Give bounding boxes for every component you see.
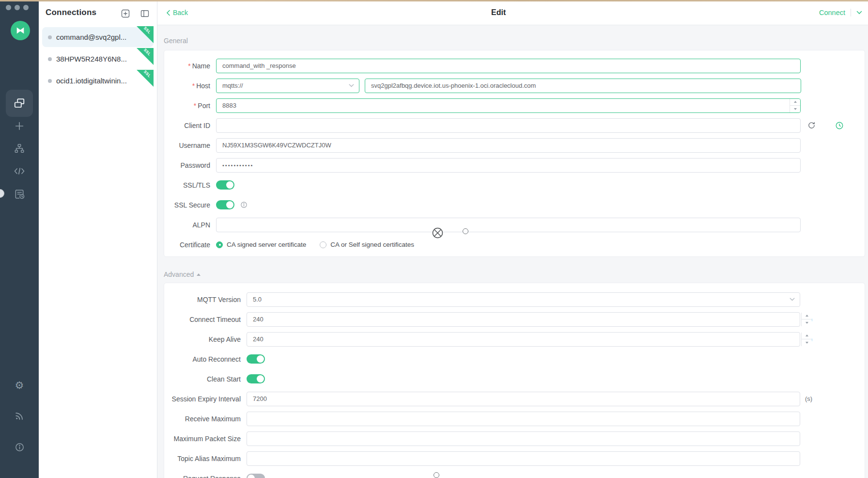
activity-bar: ⚙ [0,0,39,478]
cursor-ring-icon [463,228,468,234]
edit-connection-view: Back Edit Connect General *Name [157,0,868,478]
form-row-port: *Port [164,96,865,115]
radio-icon [320,241,326,248]
port-input[interactable] [216,98,801,113]
nav-about[interactable] [6,436,33,458]
new-connection-button[interactable] [119,7,132,20]
request-response-toggle[interactable] [247,474,265,478]
connect-button[interactable]: Connect [819,9,845,16]
certificate-radio-group: CA signed server certificate CA or Self … [216,241,414,248]
form-row-topic-alias-maximum: Topic Alias Maximum [164,448,865,468]
stepper-up-icon[interactable] [802,313,812,320]
host-input[interactable] [365,79,801,93]
stepper-up-icon[interactable] [790,99,800,106]
window-controls [6,5,29,10]
alpn-input[interactable] [216,218,801,232]
required-mark: * [194,102,196,110]
name-input[interactable] [216,59,801,73]
connection-status-dot [48,35,52,39]
field-label: Maximum Packet Size [164,435,241,443]
form-row-auto-reconnect: Auto Reconnect [164,349,865,369]
field-label: SSL Secure [164,201,210,209]
window-close-button[interactable] [6,5,11,10]
connection-status-dot [48,57,52,61]
form-row-clean-start: Clean Start [164,369,865,389]
stepper-down-icon[interactable] [802,339,812,346]
section-title-advanced[interactable]: Advanced [164,270,868,279]
ssl-badge: SSL [137,48,154,65]
stepper-down-icon[interactable] [802,319,812,326]
radio-icon [216,241,223,248]
stepper-up-icon[interactable] [802,333,812,340]
chevron-down-icon[interactable] [856,11,862,15]
window-zoom-button[interactable] [23,5,29,10]
username-input[interactable] [216,138,801,153]
nav-script[interactable] [6,160,33,182]
host-protocol-select[interactable]: mqtts:// [216,79,359,93]
auto-reconnect-toggle[interactable] [247,354,265,364]
edge-handle[interactable] [0,189,4,198]
chevron-down-icon [349,84,354,87]
list-item[interactable]: command@svq2gpl... SSL [42,27,154,47]
field-label: Topic Alias Maximum [164,455,241,462]
ssl-badge: SSL [137,70,154,87]
radio-self-signed[interactable]: CA or Self signed certificates [320,241,414,248]
list-item[interactable]: ocid1.iotdigitaltwinin... SSL [42,71,154,91]
form-row-password: Password [164,155,865,175]
number-stepper [801,313,812,326]
settings-gear-icon: ⚙ [15,380,24,390]
collapse-panel-icon [140,9,150,18]
receive-maximum-input[interactable] [247,412,800,426]
cursor-ring-icon [434,472,439,478]
client-id-input[interactable] [216,118,801,133]
log-icon [14,189,25,200]
ssl-secure-toggle[interactable] [216,200,234,209]
form-row-ssl-tls: SSL/TLS [164,175,865,195]
connections-panel: Connections command@ [39,0,157,478]
connections-icon [13,97,26,110]
field-label: Receive Maximum [164,415,241,423]
script-code-icon [14,165,25,177]
nav-broadcast[interactable] [6,405,33,427]
form-row-session-expiry: Session Expiry Interval (s) [164,389,865,409]
back-button[interactable]: Back [166,0,188,25]
regenerate-client-id-button[interactable] [807,121,816,129]
about-info-icon [15,442,25,452]
client-id-timestamp-button[interactable] [835,121,844,130]
topic-alias-maximum-input[interactable] [247,451,800,466]
mqtt-version-select[interactable]: 5.0 [247,292,800,307]
form-row-receive-maximum: Receive Maximum [164,409,865,429]
connection-name: 38HPW5R248Y6N8... [56,55,127,63]
nav-topic-tree[interactable] [6,138,33,159]
connection-name: ocid1.iotdigitaltwinin... [56,77,127,85]
nav-settings[interactable]: ⚙ [6,374,33,396]
connection-name: command@svq2gpl... [56,33,126,41]
nav-log[interactable] [6,183,33,205]
nav-new-connection[interactable] [6,115,33,137]
nav-connections[interactable] [6,90,33,117]
form-row-keep-alive: Keep Alive (s) [164,329,865,349]
refresh-icon [807,121,816,129]
ssl-tls-toggle[interactable] [216,180,234,190]
radio-ca-signed[interactable]: CA signed server certificate [216,241,306,248]
keep-alive-input[interactable] [247,332,800,347]
form-row-ssl-secure: SSL Secure [164,195,865,215]
form-row-host: *Host mqtts:// [164,76,865,96]
general-card: *Name *Host mqtts:// [164,50,865,257]
clean-start-toggle[interactable] [247,374,265,383]
collapse-panel-button[interactable] [138,7,151,20]
field-label: Client ID [164,122,210,129]
field-label: ALPN [164,221,210,229]
window-minimize-button[interactable] [15,5,20,10]
list-item[interactable]: 38HPW5R248Y6N8... SSL [42,49,154,69]
form-row-mqtt-version: MQTT Version 5.0 [164,289,865,309]
cursor-click-x-icon [432,227,443,239]
password-input[interactable] [216,158,801,173]
session-expiry-input[interactable] [247,392,800,406]
screen-top-strip [0,0,868,1]
broadcast-icon [14,411,25,421]
field-label: Auto Reconnect [164,355,241,363]
maximum-packet-size-input[interactable] [247,431,800,446]
stepper-down-icon[interactable] [790,106,800,112]
connect-timeout-input[interactable] [247,312,800,327]
